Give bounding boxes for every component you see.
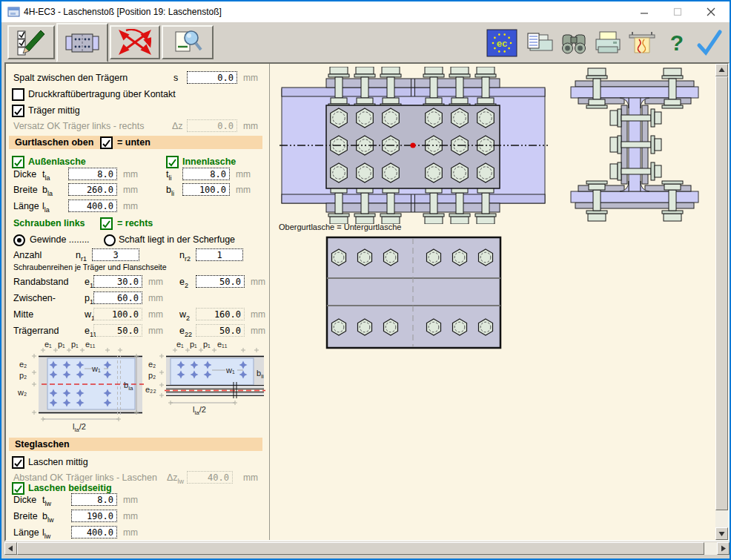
laschen-beidseitig-label: Laschen beidseitig	[28, 483, 112, 493]
input-e1[interactable]	[93, 275, 142, 288]
input-versatz[interactable]	[187, 119, 237, 132]
checkbox-innenlasche[interactable]	[166, 156, 179, 168]
titlebar[interactable]: 4H-EC3 - Laschenstoß [Position 19: Lasch…	[1, 1, 730, 22]
p1-unit: mm	[148, 293, 163, 303]
l-lw-unit: mm	[123, 527, 138, 538]
input-b-li[interactable]	[182, 183, 230, 196]
w1-unit: mm	[148, 309, 163, 320]
input-l-la[interactable]	[68, 200, 117, 212]
horizontal-scroll-thumb[interactable]	[17, 542, 704, 555]
flange-splice-diagram-left: e₁ p₁ p₁ e₁₁	[17, 340, 144, 433]
input-l-lw[interactable]	[71, 526, 117, 538]
t-lw-unit: mm	[123, 495, 138, 505]
schrauben-rechts-label: = rechts	[117, 218, 153, 228]
e22-symbol: e22	[179, 326, 192, 338]
tab-results[interactable]	[162, 25, 214, 59]
input-e11[interactable]	[93, 324, 142, 337]
p1-symbol: p1	[85, 293, 93, 306]
input-e22[interactable]	[196, 324, 245, 337]
input-p1[interactable]	[93, 291, 142, 304]
confirm-button[interactable]	[692, 28, 725, 58]
steg-laenge-label: Länge	[13, 527, 39, 538]
arrow-right-icon	[721, 546, 726, 552]
plan-view-drawing	[278, 67, 549, 224]
horizontal-scrollbar[interactable]	[4, 542, 730, 555]
radio-gewinde[interactable]	[13, 234, 25, 246]
svg-text:e₂₂: e₂₂	[145, 385, 156, 394]
b-lw-unit: mm	[123, 511, 138, 521]
tab-system[interactable]	[56, 23, 108, 62]
svg-text:e₁₁: e₁₁	[85, 340, 96, 349]
t-li-symbol: tli	[166, 169, 171, 182]
input-b-la[interactable]	[68, 183, 117, 196]
scroll-left-button[interactable]	[4, 542, 17, 555]
spalt-label: Spalt zwischen den Trägern	[13, 73, 128, 83]
input-abstand-dz-lw[interactable]	[187, 471, 233, 484]
input-spalt[interactable]	[187, 71, 237, 84]
maximize-button[interactable]	[661, 1, 694, 22]
tab-input[interactable]	[7, 25, 55, 59]
form-canvas-divider	[269, 64, 270, 540]
web-splice-plate	[327, 237, 500, 348]
toolbar: ec	[1, 22, 730, 62]
l-lw-symbol: llw	[42, 527, 50, 540]
input-b-lw[interactable]	[71, 510, 117, 522]
checkbox-laschen-mittig[interactable]	[12, 456, 24, 469]
input-e2[interactable]	[196, 275, 245, 288]
checkbox-gurt-unten[interactable]	[100, 136, 113, 149]
input-w2[interactable]	[196, 308, 245, 320]
checkbox-laschen-beidseitig[interactable]	[12, 482, 24, 495]
spalt-unit: mm	[243, 73, 258, 83]
checkbox-aussenlasche[interactable]	[12, 156, 24, 168]
input-t-lw[interactable]	[71, 493, 117, 506]
scroll-up-button[interactable]	[715, 64, 728, 76]
minimize-button[interactable]	[627, 1, 661, 22]
svg-text:p₁: p₁	[71, 340, 79, 349]
traeger-mittig-label: Träger mittig	[28, 105, 80, 116]
t-lw-symbol: tlw	[42, 495, 51, 507]
scroll-right-button[interactable]	[717, 542, 730, 555]
eurocode-button[interactable]: ec	[486, 28, 518, 58]
abstand-label: Abstand OK Träger links - Laschen	[13, 472, 157, 483]
b-li-unit: mm	[236, 185, 251, 195]
input-n-r2[interactable]	[196, 248, 243, 261]
search-binoculars-button[interactable]	[558, 28, 590, 58]
close-button[interactable]	[694, 1, 727, 22]
input-w1[interactable]	[93, 308, 142, 320]
innenlasche-label: Innenlasche	[182, 157, 236, 167]
printer-icon	[592, 29, 624, 57]
checkbox-druckkraft[interactable]	[12, 88, 24, 101]
anzahl-label: Anzahl	[13, 250, 42, 260]
gurt-unten-label: = unten	[117, 137, 150, 148]
ec-label: ec	[497, 38, 507, 49]
bolt-pattern-diagrams: e₁ p₁ p₁ e₁₁	[9, 337, 268, 437]
print-document-icon	[526, 29, 555, 57]
print-button[interactable]	[592, 28, 624, 58]
svg-text:w₁: w₁	[91, 364, 101, 373]
t-la-unit: mm	[123, 169, 138, 179]
input-t-li[interactable]	[182, 168, 230, 180]
help-button[interactable]: ?	[664, 28, 689, 58]
vertical-scroll-thumb[interactable]	[715, 76, 728, 510]
b-lw-symbol: blw	[42, 511, 53, 524]
help-glyph: ?	[670, 30, 684, 55]
steg-dicke-label: Dicke	[13, 495, 36, 505]
desk-button[interactable]	[626, 28, 658, 58]
scroll-down-button[interactable]	[715, 527, 728, 540]
maximize-icon	[674, 9, 681, 16]
print-document-button[interactable]	[525, 28, 556, 58]
radio-schaft[interactable]	[104, 234, 116, 246]
vertical-scrollbar[interactable]	[715, 64, 728, 540]
input-t-la[interactable]	[68, 168, 117, 180]
input-n-r1[interactable]	[92, 248, 139, 261]
web-splice-drawing	[325, 236, 502, 349]
w2-unit: mm	[251, 309, 265, 320]
l-la-symbol: lla	[42, 201, 50, 214]
checkbox-schrauben-rechts[interactable]	[100, 217, 113, 230]
arrow-down-icon	[719, 532, 725, 536]
tab-loads[interactable]	[110, 25, 160, 59]
check-icon	[693, 29, 724, 57]
checkbox-traeger-mittig[interactable]	[12, 105, 24, 117]
t-li-unit: mm	[236, 169, 251, 179]
laschen-mittig-label: Laschen mittig	[28, 457, 88, 467]
